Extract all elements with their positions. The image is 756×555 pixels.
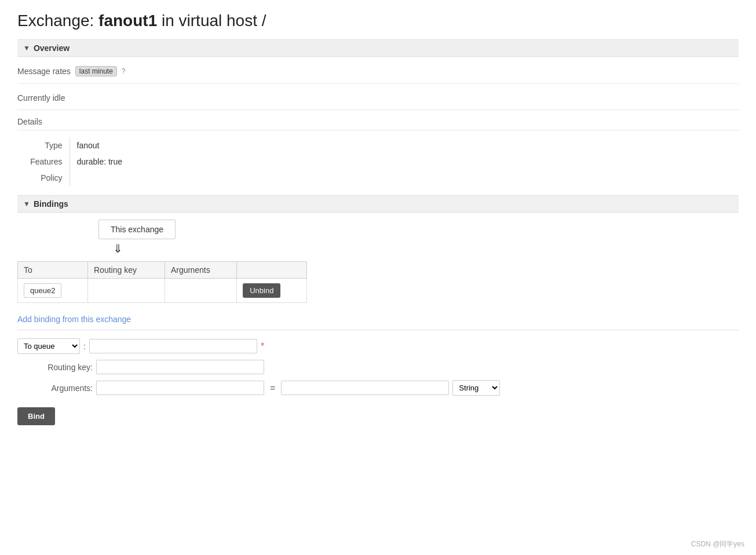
queue-cell: queue2 <box>18 279 88 303</box>
currently-idle: Currently idle <box>17 91 739 105</box>
features-value: durable: true <box>70 154 129 170</box>
bindings-table: To Routing key Arguments queue2 Unbind <box>17 261 307 303</box>
divider-1 <box>17 83 739 84</box>
col-routing-key: Routing key <box>88 262 165 279</box>
arguments-label: Arguments: <box>17 384 93 393</box>
arguments-key-input[interactable] <box>96 381 264 395</box>
colon-1: : <box>83 342 86 351</box>
main-page: Exchange: fanout1 in virtual host / ▼ Ov… <box>0 0 756 555</box>
watermark: CSDN @同学yes <box>691 539 744 549</box>
col-to: To <box>18 262 88 279</box>
col-arguments: Arguments <box>165 262 236 279</box>
routing-key-cell <box>88 279 165 303</box>
overview-label: Overview <box>34 43 70 53</box>
details-table: Type fanout Features durable: true Polic… <box>17 137 129 186</box>
message-rates-badge[interactable]: last minute <box>75 66 117 76</box>
policy-row: Policy <box>17 170 129 186</box>
this-exchange-label: This exchange <box>98 220 176 239</box>
details-label: Details <box>17 117 739 126</box>
unbind-button[interactable]: Unbind <box>243 283 280 298</box>
this-exchange-btn: This exchange <box>17 220 739 242</box>
divider-3 <box>17 130 739 130</box>
overview-arrow-icon: ▼ <box>23 44 30 52</box>
col-action <box>237 262 307 279</box>
bindings-table-header-row: To Routing key Arguments <box>18 262 307 279</box>
to-queue-form-row: To queue To exchange : * <box>17 338 739 354</box>
policy-label: Policy <box>17 170 70 186</box>
equals-sign: = <box>270 383 275 393</box>
message-rates-label: Message rates <box>17 67 71 76</box>
arguments-value-input[interactable] <box>281 381 449 395</box>
arguments-type-select[interactable]: String Number Boolean <box>452 380 500 396</box>
arrow-down-icon: ⇓ <box>113 242 739 255</box>
bind-button-row: Bind <box>17 401 739 425</box>
overview-section-header[interactable]: ▼ Overview <box>17 39 739 57</box>
policy-value <box>70 170 129 186</box>
page-title: Exchange: fanout1 in virtual host / <box>17 12 739 30</box>
type-label: Type <box>17 137 70 154</box>
bindings-arrow-icon: ▼ <box>23 200 30 208</box>
bindings-section-header[interactable]: ▼ Bindings <box>17 195 739 213</box>
type-row: Type fanout <box>17 137 129 154</box>
arguments-cell <box>165 279 236 303</box>
bindings-section: This exchange ⇓ To Routing key Arguments… <box>17 220 739 425</box>
features-label: Features <box>17 154 70 170</box>
routing-key-form-row: Routing key: <box>17 360 739 374</box>
help-icon[interactable]: ? <box>122 67 126 75</box>
bind-button[interactable]: Bind <box>17 407 55 425</box>
add-binding-divider <box>17 330 739 330</box>
table-row: queue2 Unbind <box>18 279 307 303</box>
title-suffix: in virtual host / <box>157 12 266 30</box>
message-rates-row: Message rates last minute ? <box>17 64 739 79</box>
bindings-table-body: queue2 Unbind <box>18 279 307 303</box>
arguments-form-row: Arguments: = String Number Boolean <box>17 380 739 396</box>
bindings-label: Bindings <box>34 199 68 209</box>
divider-2 <box>17 109 739 110</box>
exchange-name: fanout1 <box>98 12 157 30</box>
required-star: * <box>261 341 264 352</box>
bindings-table-head: To Routing key Arguments <box>18 262 307 279</box>
routing-key-input[interactable] <box>96 360 264 374</box>
title-prefix: Exchange: <box>17 12 98 30</box>
routing-key-label: Routing key: <box>17 363 93 372</box>
features-row: Features durable: true <box>17 154 129 170</box>
queue-name-input[interactable] <box>89 339 257 353</box>
unbind-cell: Unbind <box>237 279 307 303</box>
queue-name: queue2 <box>24 283 61 298</box>
type-value: fanout <box>70 137 129 154</box>
add-binding-label: Add binding from this exchange <box>17 315 739 324</box>
to-queue-select[interactable]: To queue To exchange <box>17 338 80 354</box>
